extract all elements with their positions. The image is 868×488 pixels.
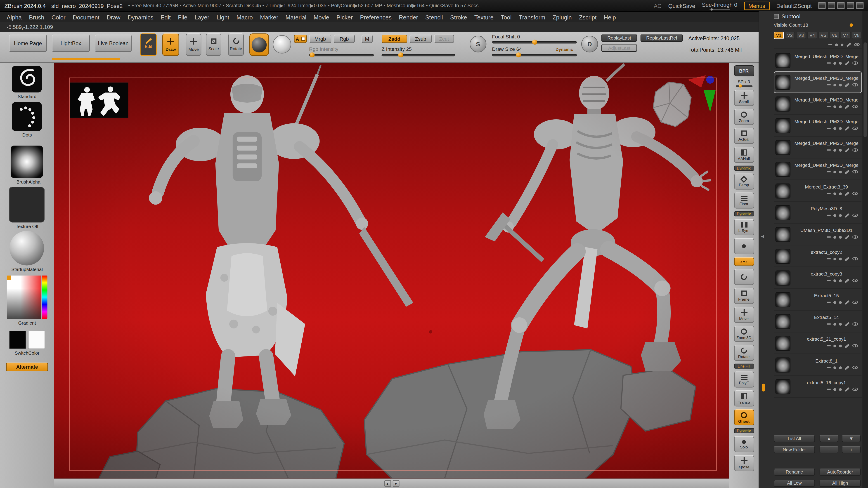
ui-layout-icon-2[interactable]: [828, 2, 835, 9]
current-stroke-thumbnail[interactable]: [12, 102, 42, 131]
menu-item[interactable]: Light: [217, 13, 229, 20]
list-all-button[interactable]: List All: [774, 435, 815, 442]
subtract-mode-icon[interactable]: [827, 258, 831, 259]
menu-item[interactable]: Zplugin: [553, 13, 572, 20]
paint-toggle-icon[interactable]: [839, 301, 842, 303]
bpr-button[interactable]: BPR: [734, 65, 754, 76]
polypaint-icon[interactable]: [845, 213, 850, 218]
visibility-eye-icon[interactable]: [852, 170, 858, 173]
subtool-thumbnail[interactable]: [775, 357, 790, 372]
dynamic-persp-toggle[interactable]: Dynamic: [734, 166, 754, 171]
subtool-item[interactable]: Merged_UMesh_PM3D_Merge: [774, 71, 862, 93]
sculpt-toggle-icon[interactable]: [833, 127, 836, 130]
replay-last-button[interactable]: ReplayLast: [601, 34, 637, 42]
subtract-mode-icon[interactable]: [827, 345, 831, 346]
subtool-view-tab[interactable]: V6: [830, 32, 839, 39]
polypaint-icon[interactable]: [846, 42, 851, 47]
subtool-thumbnail[interactable]: [775, 227, 790, 242]
subtract-mode-icon[interactable]: [827, 150, 831, 151]
polypaint-icon[interactable]: [845, 387, 850, 391]
subtool-item[interactable]: extract3_copy3: [774, 267, 862, 289]
polypaint-icon[interactable]: [845, 344, 850, 348]
z-intensity-knob[interactable]: [398, 53, 403, 57]
polypaint-icon[interactable]: [845, 83, 850, 87]
paint-toggle-icon[interactable]: [839, 62, 842, 64]
polypaint-icon[interactable]: [845, 322, 850, 326]
subtool-view-tab[interactable]: V8: [852, 32, 862, 39]
menu-item[interactable]: Macro: [237, 13, 253, 20]
subtool-item[interactable]: Merged_Extract3_39: [774, 180, 862, 202]
subtool-thumbnail[interactable]: [775, 292, 790, 307]
rotate-button[interactable]: Rotate: [228, 33, 244, 56]
subtool-thumbnail[interactable]: [775, 270, 790, 286]
current-material-button[interactable]: [249, 33, 269, 56]
ghost-button[interactable]: Ghost: [734, 409, 754, 426]
all-low-button[interactable]: All Low: [774, 480, 815, 487]
menu-item[interactable]: Render: [399, 13, 418, 20]
subtool-item[interactable]: Extract5_14: [774, 311, 862, 332]
menu-item[interactable]: Stencil: [425, 13, 443, 20]
subtract-mode-icon[interactable]: [827, 84, 831, 86]
menu-item[interactable]: Marker: [260, 13, 278, 20]
draw-button[interactable]: Draw: [162, 33, 179, 56]
menu-item[interactable]: Picker: [336, 13, 353, 20]
spix-knob[interactable]: [738, 84, 742, 88]
current-alpha-thumbnail[interactable]: [11, 145, 43, 178]
paint-toggle-icon[interactable]: [839, 345, 842, 347]
subtract-mode-icon[interactable]: [827, 128, 831, 129]
visibility-eye-icon[interactable]: [852, 83, 858, 87]
visibility-eye-icon[interactable]: [852, 192, 858, 195]
a-button[interactable]: A: [294, 35, 307, 43]
menu-item[interactable]: Transform: [519, 13, 545, 20]
polypaint-icon[interactable]: [845, 257, 850, 261]
paint-toggle-icon[interactable]: [839, 257, 842, 260]
sculpt-toggle-icon[interactable]: [833, 62, 836, 64]
turntable-button[interactable]: [734, 269, 754, 285]
menu-item[interactable]: Material: [285, 13, 306, 20]
menu-item[interactable]: Stroke: [450, 13, 467, 20]
sculpt-toggle-icon[interactable]: [833, 388, 836, 391]
subtract-mode-icon[interactable]: [827, 236, 831, 237]
subtract-mode-icon[interactable]: [827, 367, 831, 368]
alternate-button[interactable]: Alternate: [6, 363, 48, 371]
viewport-canvas[interactable]: [54, 63, 729, 479]
subtool-item-partial[interactable]: [774, 41, 862, 48]
subtract-mode-icon[interactable]: [827, 323, 831, 325]
see-through-slider[interactable]: See-through 0: [702, 1, 737, 10]
subtool-item[interactable]: Merged_UMesh_PM3D_Merge: [774, 158, 862, 180]
floor-button[interactable]: Floor: [734, 192, 754, 208]
ui-layout-icon-4[interactable]: [847, 2, 854, 9]
frame-button[interactable]: Frame: [734, 288, 754, 304]
canvas-hscrollbar[interactable]: ▲ ▼: [54, 479, 729, 488]
current-brush-thumbnail[interactable]: [12, 66, 42, 92]
rgb-intensity-knob[interactable]: [309, 53, 314, 57]
menu-item[interactable]: Tool: [501, 13, 512, 20]
xyz-button[interactable]: XYZ: [734, 257, 754, 266]
subtool-thumbnail[interactable]: [775, 379, 790, 394]
startup-material-thumbnail[interactable]: [9, 231, 44, 265]
solo-button[interactable]: Solo: [734, 436, 754, 452]
ui-layout-icon-5[interactable]: [856, 2, 864, 9]
dynamic-solo-toggle[interactable]: Dynamic: [734, 428, 754, 433]
sculpt-toggle-icon[interactable]: [833, 301, 836, 303]
subtool-view-tab[interactable]: V5: [818, 32, 828, 39]
xpose-button[interactable]: Xpose: [734, 455, 754, 471]
tray-resize-handle[interactable]: [762, 384, 765, 391]
sculpt-toggle-icon[interactable]: [833, 84, 836, 86]
rename-button[interactable]: Rename: [774, 468, 815, 476]
subtool-item[interactable]: extract3_copy2: [774, 246, 862, 267]
menu-item[interactable]: Document: [73, 13, 99, 20]
local-symmetry-button[interactable]: L.Sym: [734, 219, 754, 235]
visibility-eye-icon[interactable]: [852, 388, 858, 391]
menu-item[interactable]: Preferences: [360, 13, 392, 20]
subtool-view-tab[interactable]: V7: [841, 32, 850, 39]
menu-item[interactable]: Zscript: [579, 13, 597, 20]
subtool-item[interactable]: Extract5_15: [774, 289, 862, 311]
ui-layout-icon-1[interactable]: [818, 2, 826, 9]
menu-item[interactable]: Movie: [314, 13, 329, 20]
subtool-thumbnail[interactable]: [775, 97, 790, 112]
sculpt-toggle-icon[interactable]: [833, 279, 836, 282]
move-3d-button[interactable]: Move: [734, 307, 754, 323]
persp-button[interactable]: Persp: [734, 173, 754, 190]
sculptris-pro-icon[interactable]: S: [470, 36, 486, 53]
